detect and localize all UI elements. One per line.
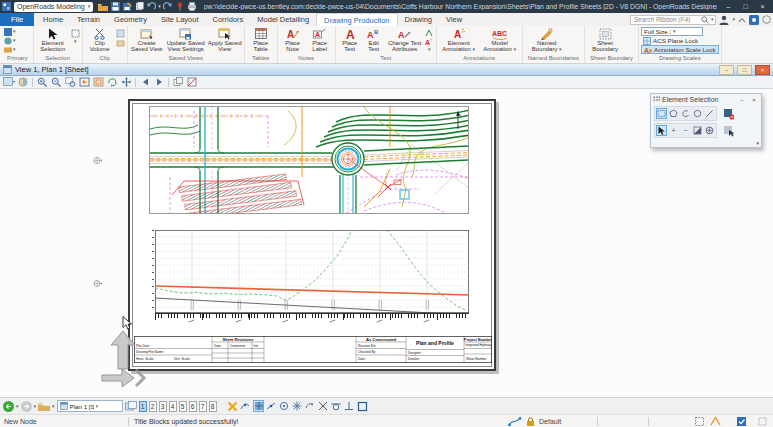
tab-corridors[interactable]: Corridors	[206, 13, 251, 26]
text-favorites-icon[interactable]: A*	[425, 38, 434, 46]
chevron-down-icon[interactable]: ▾	[52, 404, 55, 409]
clip-volume-button[interactable]: Clip Volume	[85, 27, 115, 53]
method-line-icon[interactable]	[704, 108, 715, 119]
tab-model-detailing[interactable]: Model Detailing	[250, 13, 316, 26]
window-area-icon[interactable]	[92, 77, 104, 88]
chevron-down-icon[interactable]: ▾	[732, 17, 735, 22]
dialog-minimize-button[interactable]: –	[737, 95, 747, 104]
element-selection-button[interactable]: Element Selection	[36, 27, 70, 53]
connect-advisor-icon[interactable]	[749, 15, 759, 25]
tab-geometry[interactable]: Geometry	[107, 13, 154, 26]
view-next-icon[interactable]	[153, 77, 165, 88]
user-account-icon[interactable]	[719, 15, 729, 25]
named-boundary-button[interactable]: Named Boundary ▾	[525, 27, 569, 53]
primary-explorer-button[interactable]: ▾	[4, 36, 16, 45]
view-toggle-8[interactable]: 8	[209, 401, 217, 412]
dialog-title-bar[interactable]: Element Selection – ×	[651, 94, 761, 105]
window-minimize-button[interactable]: –	[720, 1, 737, 13]
sheet-boundary-button[interactable]: Sheet Boundary	[587, 27, 623, 53]
change-text-attributes-button[interactable]: A Change Text Attributes	[386, 27, 424, 53]
clip-volume-view-icon[interactable]	[186, 77, 198, 88]
back-button[interactable]	[3, 401, 14, 412]
snap-nearest-icon[interactable]	[240, 400, 251, 412]
annotation-scale-lock-toggle[interactable]: A Annotation Scale Lock	[641, 45, 719, 54]
view-group-folder-icon[interactable]	[38, 402, 50, 411]
view-menu-icon[interactable]	[3, 65, 12, 74]
view-toggle-7[interactable]: 7	[199, 401, 207, 412]
open-folder-icon[interactable]	[98, 2, 108, 12]
method-individual-icon[interactable]	[656, 108, 667, 119]
selection-set-icon[interactable]	[694, 416, 705, 427]
pin-icon[interactable]	[175, 2, 185, 12]
mode-invert-icon[interactable]	[692, 125, 703, 136]
chevron-down-icon[interactable]: ▾	[428, 47, 431, 52]
workflow-selector[interactable]: OpenRoads Modeling▾	[14, 2, 93, 12]
model-annotation-button[interactable]: ABC Model Annotation ▾	[480, 27, 520, 53]
apply-saved-view-button[interactable]: Apply Saved View	[208, 27, 242, 53]
zoom-in-icon[interactable]	[36, 77, 48, 88]
active-feature-icon[interactable]	[508, 416, 522, 427]
view-toggle-2[interactable]: 2	[149, 401, 157, 412]
clip-mask-icon[interactable]	[116, 29, 125, 38]
method-shape-icon[interactable]	[680, 108, 691, 119]
redo-icon[interactable]	[163, 2, 173, 12]
snap-perpendicular-icon[interactable]	[344, 400, 355, 412]
view-display-style-icon[interactable]	[17, 77, 29, 88]
view-restore-button[interactable]: □	[737, 65, 752, 75]
snap-bisector-icon[interactable]	[305, 400, 316, 412]
help-icon[interactable]	[762, 15, 771, 24]
tab-drawing[interactable]: Drawing	[398, 13, 440, 26]
save-settings-icon[interactable]	[122, 2, 132, 12]
undo-history-chevron-icon[interactable]: ▾	[158, 4, 161, 9]
compress-icon[interactable]	[134, 2, 144, 12]
tab-drawing-production[interactable]: Drawing Production	[316, 13, 397, 26]
chevron-down-icon[interactable]: ▾	[16, 404, 19, 409]
mode-clear-icon[interactable]	[704, 125, 715, 136]
snap-center-icon[interactable]	[279, 400, 290, 412]
snap-multi-point-icon[interactable]	[357, 400, 368, 412]
dialog-expand-chevron-icon[interactable]: ▾	[756, 140, 759, 146]
drawing-scale-select[interactable]: Full Size 1 = 1▾	[641, 27, 703, 36]
window-restore-button[interactable]: □	[737, 1, 754, 13]
element-selection-dialog[interactable]: Element Selection – × + − ▾	[650, 93, 762, 148]
view-toggle-1[interactable]: 1	[139, 401, 147, 412]
primary-model-button[interactable]: ▾	[4, 27, 16, 36]
rotate-view-icon[interactable]	[106, 77, 118, 88]
view-group-selector[interactable]: Plan 1 [Sheet] Views ▾	[57, 400, 123, 412]
edit-text-button[interactable]: AB Edit Text	[363, 27, 385, 53]
acs-plane-lock-toggle[interactable]: ACS Plane Lock	[641, 36, 700, 45]
mode-new-icon[interactable]	[656, 125, 667, 136]
view-previous-icon[interactable]	[139, 77, 151, 88]
undo-icon[interactable]	[146, 2, 156, 12]
manage-view-groups-icon[interactable]	[125, 401, 137, 411]
design-history-icon[interactable]	[736, 416, 747, 427]
window-close-button[interactable]: ×	[754, 1, 771, 13]
lock-icon[interactable]	[526, 417, 535, 426]
view-toggle-3[interactable]: 3	[159, 401, 167, 412]
place-text-button[interactable]: A Place Text	[338, 27, 362, 53]
pan-view-icon[interactable]	[120, 77, 132, 88]
view-toggle-5[interactable]: 5	[179, 401, 187, 412]
mode-subtract-icon[interactable]: −	[680, 125, 691, 136]
mode-add-icon[interactable]: +	[668, 125, 679, 136]
chevron-down-icon[interactable]: ▾	[74, 39, 77, 44]
place-note-button[interactable]: A Place Note	[280, 27, 306, 53]
tab-view[interactable]: View	[439, 13, 469, 26]
place-table-button[interactable]: Place Table	[247, 27, 275, 53]
view-close-button[interactable]: ×	[755, 65, 770, 75]
snap-intersection-icon[interactable]	[318, 400, 329, 412]
view-minimize-button[interactable]: –	[719, 65, 734, 75]
snap-midpoint-icon[interactable]	[266, 400, 277, 412]
create-saved-view-button[interactable]: Create Saved View	[130, 27, 164, 53]
view-toggle-4[interactable]: 4	[169, 401, 177, 412]
active-model-name[interactable]: Default	[539, 418, 561, 425]
view-toggle-6[interactable]: 6	[189, 401, 197, 412]
tab-home[interactable]: Home	[36, 13, 70, 26]
tab-terrain[interactable]: Terrain	[70, 13, 107, 26]
print-icon[interactable]	[187, 2, 197, 12]
select-all-button[interactable]	[722, 124, 735, 137]
view-title-bar[interactable]: View 1, Plan 1 [Sheet] – □ ×	[0, 64, 773, 76]
snap-keypoint-icon[interactable]	[253, 400, 264, 412]
tab-file[interactable]: File	[0, 13, 34, 26]
fit-view-icon[interactable]	[78, 77, 90, 88]
